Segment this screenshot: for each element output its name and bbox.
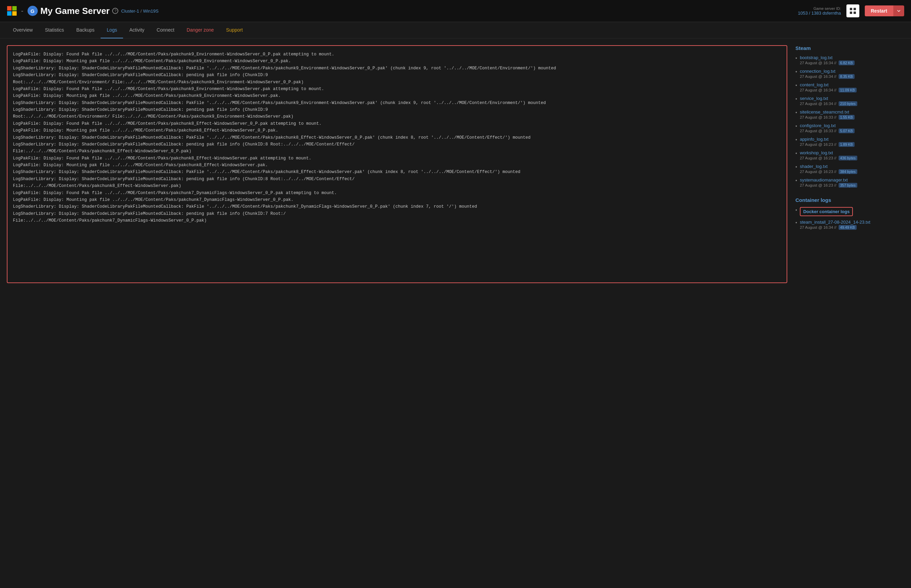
steam-file-item: • service_log.txt 27 August @ 16:34 // 2… bbox=[795, 96, 904, 106]
svg-rect-2 bbox=[7, 11, 11, 16]
file-name[interactable]: appinfo_log.txt bbox=[800, 137, 904, 142]
log-line: LogShaderLibrary: Display: ShaderCodeLib… bbox=[13, 72, 781, 79]
svg-rect-1 bbox=[12, 6, 17, 11]
log-line: LogPakFile: Display: Found Pak file ../.… bbox=[13, 190, 781, 197]
bullet-icon: • bbox=[795, 207, 797, 213]
nav-backups[interactable]: Backups bbox=[70, 22, 101, 39]
bullet-icon: • bbox=[795, 55, 797, 61]
help-icon[interactable]: ? bbox=[112, 8, 118, 14]
steam-file-item: • connection_log.txt 27 August @ 16:34 /… bbox=[795, 69, 904, 79]
file-name[interactable]: connection_log.txt bbox=[800, 69, 904, 74]
bullet-icon: • bbox=[795, 69, 797, 74]
file-size-badge: 11.09 KB bbox=[838, 88, 857, 92]
file-size-badge: 5.07 KB bbox=[838, 128, 854, 133]
container-file-item: • steam_install_27-08-2024_14-23.txt 27 … bbox=[795, 220, 904, 230]
file-name[interactable]: workshop_log.txt bbox=[800, 150, 904, 155]
main-layout: LogPakFile: Display: Found Pak file ../.… bbox=[0, 39, 911, 290]
breadcrumb: Cluster-1 / Win19S bbox=[121, 8, 158, 14]
steam-section-title: Steam bbox=[795, 45, 904, 51]
breadcrumb-node[interactable]: Win19S bbox=[143, 8, 159, 14]
steam-file-item: • bootstrap_log.txt 27 August @ 16:34 //… bbox=[795, 55, 904, 65]
log-panel[interactable]: LogPakFile: Display: Found Pak file ../.… bbox=[7, 45, 787, 283]
svg-rect-7 bbox=[854, 11, 856, 14]
file-date: 27 August @ 16:34 // bbox=[800, 74, 837, 79]
breadcrumb-cluster[interactable]: Cluster-1 bbox=[121, 8, 139, 14]
nav-statistics[interactable]: Statistics bbox=[39, 22, 70, 39]
file-name[interactable]: service_log.txt bbox=[800, 96, 904, 101]
server-id-block: Game server ID: 1053 / 1383 dsferntha bbox=[798, 6, 841, 16]
file-name[interactable]: configstore_log.txt bbox=[800, 123, 904, 128]
file-date: 27 August @ 16:34 // bbox=[800, 61, 837, 65]
steam-file-item: • shader_log.txt 27 August @ 16:23 // 38… bbox=[795, 164, 904, 174]
nav-support[interactable]: Support bbox=[220, 22, 249, 39]
windows-icon bbox=[7, 6, 17, 16]
restart-dropdown-button[interactable] bbox=[893, 5, 904, 16]
steam-file-item: • configstore_log.txt 27 August @ 16:33 … bbox=[795, 123, 904, 133]
file-date: 27 August @ 16:34 // bbox=[800, 102, 837, 106]
file-size-badge: 6.82 KB bbox=[838, 60, 854, 65]
nav-connect[interactable]: Connect bbox=[150, 22, 181, 39]
log-line: LogShaderLibrary: Display: ShaderCodeLib… bbox=[13, 107, 781, 113]
log-line: LogShaderLibrary: Display: ShaderCodeLib… bbox=[13, 176, 781, 183]
file-date: 27 August @ 16:33 // bbox=[800, 115, 837, 119]
file-name[interactable]: steam_install_27-08-2024_14-23.txt bbox=[800, 220, 904, 225]
server-title: My Game Server bbox=[40, 6, 110, 16]
log-line: LogShaderLibrary: Display: ShaderCodeLib… bbox=[13, 65, 781, 72]
file-size-badge: 49.49 KB bbox=[838, 225, 857, 230]
file-meta: 27 August @ 16:23 // 436 bytes bbox=[800, 156, 904, 160]
g-badge: G bbox=[27, 6, 38, 16]
log-line: LogPakFile: Display: Found Pak file ../.… bbox=[13, 155, 781, 162]
svg-rect-4 bbox=[850, 8, 852, 10]
header-right: Game server ID: 1053 / 1383 dsferntha Re… bbox=[798, 5, 904, 17]
nav-logs[interactable]: Logs bbox=[101, 22, 123, 39]
file-meta: 27 August @ 16:33 // 5.07 KB bbox=[800, 128, 904, 133]
docker-container-logs-link[interactable]: Docker container logs bbox=[803, 209, 850, 214]
file-meta: 27 August @ 16:23 // 1.89 KB bbox=[800, 142, 904, 147]
nav-activity[interactable]: Activity bbox=[123, 22, 150, 39]
steam-file-item: • sitelicense_steamcmd.txt 27 August @ 1… bbox=[795, 110, 904, 120]
file-size-badge: 1.55 KB bbox=[838, 115, 854, 120]
bullet-icon: • bbox=[795, 123, 797, 129]
restart-button[interactable]: Restart bbox=[865, 5, 893, 16]
chevron-down-icon bbox=[897, 9, 901, 13]
steam-file-item: • systemaudiomanager.txt 27 August @ 16:… bbox=[795, 178, 904, 187]
file-date: 27 August @ 16:23 // bbox=[800, 170, 837, 174]
file-meta: 27 August @ 16:34 // 8.35 KB bbox=[800, 74, 904, 79]
svg-rect-5 bbox=[854, 8, 856, 10]
file-meta: 27 August @ 16:34 // 210 bytes bbox=[800, 101, 904, 106]
file-name[interactable]: content_log.txt bbox=[800, 82, 904, 87]
bullet-icon: • bbox=[795, 137, 797, 142]
logo-group: - G My Game Server ? Cluster-1 / Win19S bbox=[7, 6, 158, 16]
container-file-list: • Docker container logs • steam_install_… bbox=[795, 207, 904, 230]
grid-view-button[interactable] bbox=[846, 5, 859, 17]
file-size-badge: 384 bytes bbox=[838, 169, 858, 174]
file-size-badge: 1.89 KB bbox=[838, 142, 854, 147]
nav-overview[interactable]: Overview bbox=[7, 22, 39, 39]
file-size-badge: 210 bytes bbox=[838, 101, 858, 106]
bullet-icon: • bbox=[795, 110, 797, 115]
file-meta: 27 August @ 16:34 // 11.09 KB bbox=[800, 88, 904, 92]
steam-file-item: • workshop_log.txt 27 August @ 16:23 // … bbox=[795, 150, 904, 160]
log-line: LogShaderLibrary: Display: ShaderCodeLib… bbox=[13, 204, 781, 210]
svg-rect-3 bbox=[12, 11, 17, 16]
log-line: LogShaderLibrary: Display: ShaderCodeLib… bbox=[13, 211, 781, 217]
bullet-icon: • bbox=[795, 164, 797, 170]
file-name[interactable]: sitelicense_steamcmd.txt bbox=[800, 110, 904, 115]
log-line: LogShaderLibrary: Display: ShaderCodeLib… bbox=[13, 135, 781, 141]
log-line: LogPakFile: Display: Mounting pak file .… bbox=[13, 128, 781, 134]
nav-danger-zone[interactable]: Danger zone bbox=[181, 22, 220, 39]
container-section-title: Container logs bbox=[795, 197, 904, 203]
sidebar: Steam • bootstrap_log.txt 27 August @ 16… bbox=[795, 45, 904, 239]
file-meta: 27 August @ 16:23 // 357 bytes bbox=[800, 183, 904, 187]
file-date: 27 August @ 16:34 // bbox=[800, 88, 837, 92]
file-name[interactable]: shader_log.txt bbox=[800, 164, 904, 169]
bullet-icon: • bbox=[795, 150, 797, 156]
file-name[interactable]: systemaudiomanager.txt bbox=[800, 178, 904, 183]
file-meta: 27 August @ 16:34 // 6.82 KB bbox=[800, 60, 904, 65]
log-line: LogPakFile: Display: Mounting pak file .… bbox=[13, 58, 781, 65]
file-date: 27 August @ 16:34 // bbox=[800, 225, 837, 229]
log-line: LogShaderLibrary: Display: ShaderCodeLib… bbox=[13, 169, 781, 175]
bullet-icon: • bbox=[795, 220, 797, 225]
file-name[interactable]: bootstrap_log.txt bbox=[800, 55, 904, 60]
grid-icon bbox=[850, 8, 856, 14]
